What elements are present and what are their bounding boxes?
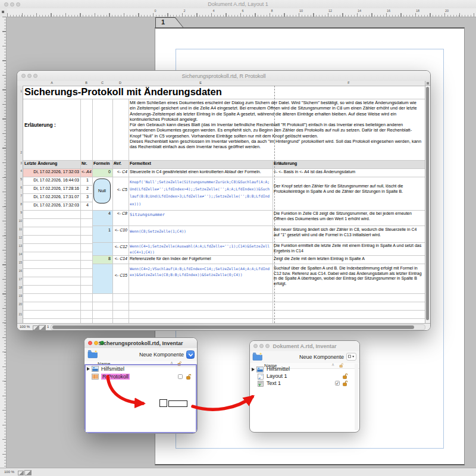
item-label[interactable]: Text 1 (267, 380, 281, 386)
row-number[interactable]: 3 (17, 161, 22, 165)
cell-ref-c10[interactable]: <- C10 (111, 228, 127, 232)
row-number[interactable]: 20 (17, 302, 22, 306)
column-letter[interactable]: D (117, 81, 124, 84)
row-number[interactable]: 9 (17, 211, 22, 214)
cell-formeltext-c14[interactable]: Referenzzelle für den Index der Folgefor… (130, 256, 211, 261)
disclosure-triangle-icon[interactable] (87, 367, 90, 371)
cell-ref-c15[interactable]: <- C15 (111, 273, 127, 277)
vertical-scrollbar[interactable] (425, 86, 430, 323)
drag-ghost-small-frame[interactable] (159, 399, 167, 407)
col-header-formeltext[interactable]: Formeltext (130, 161, 151, 165)
list-scrollbar[interactable] (355, 364, 358, 430)
column-letter[interactable]: B (83, 81, 90, 84)
row-number[interactable]: 15 (17, 261, 22, 264)
new-component-dropdown-button[interactable] (186, 350, 195, 359)
zoom-in-icon[interactable] (24, 470, 32, 475)
column-letter[interactable]: A (48, 81, 55, 84)
page-tab[interactable]: 1 (155, 17, 184, 28)
cell-ref-c8[interactable]: <- C8 (112, 211, 127, 215)
cell-c10-value[interactable]: 1 (92, 228, 111, 232)
item-label[interactable]: Hilfsmittel (267, 366, 290, 372)
zoom-out-icon[interactable] (33, 325, 39, 330)
row-number[interactable]: 5 (17, 177, 22, 181)
row-number[interactable]: 6 (17, 186, 22, 189)
cell-date[interactable]: Di, 17.02.2026, 17:32:03 (23, 203, 79, 207)
row-number[interactable]: 8 (17, 202, 22, 206)
zoom-out-icon[interactable] (18, 471, 24, 475)
zoom-level[interactable]: 100 % (20, 325, 30, 328)
cell-nr[interactable]: 3 (80, 195, 89, 199)
cell-formeltext-c5[interactable]: Knopf('Null';SetzeZelle(SitzungsnummerZu… (130, 178, 271, 208)
column-letter[interactable]: E (197, 81, 204, 84)
column-header-band[interactable] (17, 81, 425, 86)
row-number[interactable]: 21 (17, 312, 22, 316)
layout-titlebar[interactable]: Dokument A.rtd, Layout 1 (0, 0, 476, 9)
item-label[interactable]: R Protokoll (101, 374, 130, 380)
component-checkbox[interactable] (178, 374, 183, 379)
cell-note-c10[interactable]: Bei neuer Sitzung ändert sich der Zähler… (274, 227, 422, 237)
cell-date[interactable]: Di, 17.02.2026, 17:31:07 (23, 195, 79, 199)
col-header-ref[interactable]: Ref. (114, 161, 121, 165)
row-number[interactable]: 18 (17, 286, 22, 289)
inventory-titlebar[interactable]: Sicherungsprotokoll.rtd, Inventar (84, 338, 197, 349)
row-number[interactable]: 14 (17, 252, 22, 256)
cell-formeltext-c10[interactable]: Wenn(C8;SetzeZelle(1;C4)) (130, 228, 271, 235)
col-header-letzte-aenderung[interactable]: Letzte Änderung (24, 161, 57, 165)
sheet-title[interactable]: Sicherungs-Protokoll mit Änderungsdaten (24, 86, 222, 98)
vertical-scrollbar-thumb[interactable] (426, 87, 429, 320)
new-folder-icon[interactable] (87, 350, 98, 358)
row-number[interactable]: 7 (17, 194, 22, 198)
cell-formeltext-c4[interactable]: Steuerzelle in C4 gewährleistet einen ko… (130, 170, 261, 174)
cell-c8-value[interactable]: 4 (92, 211, 111, 215)
new-component-dropdown-button[interactable] (346, 353, 356, 361)
col-header-formeln[interactable]: Formeln (93, 161, 110, 165)
cell-date[interactable]: Di, 17.02.2026, 17:32:03 (23, 170, 79, 174)
cell-note-c12[interactable]: Die Funktion ermittelt die letzte Zeile … (274, 243, 422, 253)
cell-nr[interactable]: 4 (80, 203, 89, 207)
item-label[interactable]: Hilfsmittel (101, 366, 124, 372)
vertical-ruler[interactable] (0, 17, 7, 468)
explain-text[interactable]: Mit dem Schließen eines Dokumentes ersch… (130, 100, 422, 159)
cell-ref-a4[interactable]: <- A4 (82, 170, 92, 174)
column-letter[interactable]: F (345, 81, 352, 84)
item-label[interactable]: Layout 1 (267, 373, 287, 379)
component-checkbox[interactable]: ✓ (335, 381, 340, 386)
col-header-erlaeuterung[interactable]: Erläuterung (274, 161, 297, 165)
row-number[interactable]: 12 (17, 236, 22, 239)
explain-label[interactable]: Erläuterung : (24, 122, 56, 128)
cell-date[interactable]: Di, 17.02.2026, 16:44:03 (23, 178, 79, 182)
spreadsheet-titlebar[interactable]: Sicherungsprotokoll.rtd, R Protokoll (17, 71, 430, 82)
row-number[interactable]: 19 (17, 294, 22, 298)
padlock-open-icon[interactable] (343, 373, 347, 379)
cell-c4-value[interactable]: 0 (92, 170, 111, 174)
padlock-open-icon[interactable] (186, 374, 191, 380)
cell-ref-c5[interactable]: <- C5 (112, 187, 127, 192)
cell-ref-c14[interactable]: <- C14 (111, 256, 127, 261)
cell-formeltext-c15[interactable]: Wenn(C4=2;VSuchlauf(A:B;LfdIndex=C14;;Se… (130, 266, 271, 277)
cell-nr[interactable]: 2 (80, 186, 89, 190)
scroll-corner-widget[interactable] (425, 81, 430, 86)
cell-note-c15[interactable]: Suchlauf über die Spalten A und B. Die I… (274, 266, 422, 286)
disclosure-triangle-icon[interactable] (252, 368, 255, 371)
inventory-titlebar[interactable]: Dokument A.rtd, Inventar (250, 341, 359, 352)
cell-nr[interactable]: 1 (80, 178, 89, 182)
horizontal-scrollbar-thumb[interactable] (52, 325, 414, 329)
cell-date[interactable]: Di, 17.02.2026, 17:28:16 (23, 186, 79, 190)
cell-note-c5[interactable]: Der Knopf setzt den Zähler für die Sitzu… (274, 184, 422, 194)
row-number[interactable]: 4 (17, 169, 22, 173)
list-item-r-protokoll[interactable]: R Protokoll (86, 373, 193, 381)
row-number[interactable]: 13 (17, 244, 22, 248)
row-number[interactable]: 1 (17, 89, 22, 93)
row-number[interactable]: 16 (17, 269, 22, 273)
zoom-level[interactable]: 100 % (4, 470, 14, 474)
column-letter[interactable]: C (99, 81, 106, 84)
zoom-in-icon[interactable] (39, 325, 46, 330)
row-number[interactable]: 11 (17, 227, 22, 231)
list-item-hilfsmittel[interactable]: Hilfsmittel (86, 365, 193, 373)
cell-note-c8[interactable]: Die Funktion in Zelle C8 zeigt die Sitzu… (274, 211, 422, 221)
cell-note-c14[interactable]: Zeigt die Zeile mit dem letzten Eintrag … (274, 256, 422, 262)
row-number[interactable]: 17 (17, 277, 22, 281)
cell-ref-c4[interactable]: <- C4 (112, 170, 127, 174)
list-item-hilfsmittel[interactable]: Hilfsmittel (251, 366, 358, 373)
null-knob-button[interactable]: Null (93, 178, 111, 203)
